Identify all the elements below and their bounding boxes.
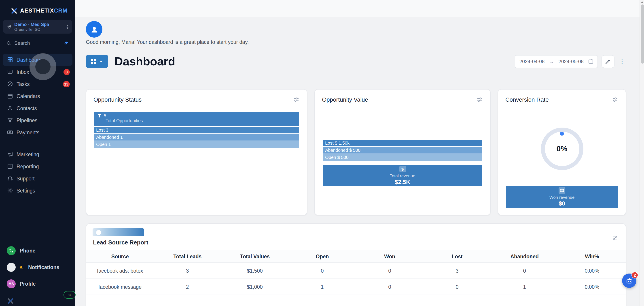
- tasks-badge: 13: [63, 81, 70, 87]
- date-to: 2024-05-08: [558, 59, 584, 64]
- column-header: Open: [289, 250, 356, 262]
- conversion-rate-card: Conversion Rate 0% Won revenue $0: [498, 89, 626, 215]
- more-options-button[interactable]: ⋮: [618, 57, 626, 65]
- search-input[interactable]: [14, 40, 57, 46]
- sidebar-item-dashboard[interactable]: Dashboard: [3, 54, 72, 66]
- legend-dot-icon: [96, 230, 101, 235]
- funnel-bar-abandoned: Abandoned 1: [94, 134, 299, 141]
- sidebar-footer: Phone Notifications MS Profile: [0, 244, 75, 294]
- chat-unread-badge: 2: [632, 272, 638, 278]
- sidebar-item-payments[interactable]: Payments: [0, 126, 75, 138]
- sidebar-item-notifications[interactable]: Notifications: [0, 260, 75, 274]
- settings-gear-icon: [7, 188, 13, 193]
- grid-icon: [91, 59, 96, 64]
- phone-icon: [7, 246, 16, 255]
- tasks-icon: [7, 81, 13, 87]
- table-header-row: Source Total Leads Total Values Open Won…: [86, 250, 626, 262]
- nav-label: Tasks: [16, 81, 30, 87]
- location-switcher[interactable]: Demo - Med Spa Greenville, SC ▲▼: [3, 20, 72, 34]
- nav-label: Calendars: [16, 93, 40, 99]
- cell-total-leads: 3: [154, 262, 222, 279]
- nav-label: Marketing: [16, 152, 39, 157]
- sidebar-item-calendars[interactable]: Calendars: [0, 90, 75, 102]
- column-header: Won: [356, 250, 424, 262]
- user-avatar: [86, 21, 102, 38]
- cell-won: 0: [356, 262, 424, 279]
- sidebar-search: [6, 39, 69, 48]
- header-controls: 2024-04-08 → 2024-05-08 ⋮: [515, 55, 626, 68]
- dollar-icon: $: [399, 166, 406, 172]
- page-header: Dashboard 2024-04-08 → 2024-05-08 ⋮: [86, 55, 626, 68]
- card-settings-sliders-icon[interactable]: [612, 96, 618, 103]
- calendar-icon: [588, 59, 594, 64]
- table-row[interactable]: facebook message 2 $1,000 1 0 0 1 0.00%: [86, 279, 626, 295]
- lead-source-table: Source Total Leads Total Values Open Won…: [86, 250, 626, 295]
- calendar-icon: [7, 93, 13, 99]
- sidebar-item-pipelines[interactable]: Pipelines: [0, 114, 75, 126]
- sidebar-item-contacts[interactable]: Contacts: [0, 102, 75, 114]
- cell-source: facebook message: [86, 279, 154, 295]
- card-title: Opportunity Value: [322, 96, 368, 103]
- card-title: Opportunity Status: [94, 96, 142, 103]
- top-strip: [75, 0, 644, 17]
- lead-source-legend-bar: [92, 228, 144, 236]
- nav-label: Settings: [16, 188, 35, 193]
- table-row[interactable]: facebook ads: botox 3 $1,500 0 0 3 0 0.0…: [86, 262, 626, 279]
- opportunity-status-funnel: 5 Total Opportunities Lost 3 Abandoned 1…: [94, 112, 299, 148]
- cell-abandoned: 0: [491, 262, 558, 279]
- column-header: Win%: [558, 250, 626, 262]
- card-settings-sliders-icon[interactable]: [612, 235, 618, 241]
- card-check-icon: [558, 187, 565, 194]
- won-revenue-label: Won revenue: [550, 195, 575, 200]
- column-header: Lost: [424, 250, 491, 262]
- sidebar-item-phone[interactable]: Phone: [0, 244, 75, 257]
- page-scrollbar[interactable]: [640, 0, 644, 306]
- notifications-avatar-circle: [7, 263, 16, 272]
- cell-open: 0: [289, 262, 356, 279]
- card-settings-sliders-icon[interactable]: [476, 96, 483, 103]
- total-opportunities-label: Total Opportunities: [106, 118, 296, 123]
- date-range-picker[interactable]: 2024-04-08 → 2024-05-08: [515, 55, 598, 68]
- value-bar-abandoned: Abandoned $ 500: [323, 147, 482, 154]
- nav-label: Support: [16, 176, 35, 181]
- page-title: Dashboard: [114, 54, 175, 68]
- quick-actions-bolt-icon[interactable]: [64, 40, 69, 46]
- help-chat-fab[interactable]: 2: [622, 273, 636, 288]
- scrollbar-up-arrow[interactable]: [640, 0, 644, 5]
- won-revenue-block: Won revenue $0: [506, 186, 618, 208]
- dashboard-icon: [7, 57, 13, 63]
- column-header: Abandoned: [491, 250, 558, 262]
- column-header: Source: [86, 250, 154, 262]
- dashboard-switcher-button[interactable]: [86, 55, 108, 68]
- funnel-bar-lost: Lost 3: [94, 127, 299, 133]
- sidebar-item-reporting[interactable]: Reporting: [0, 160, 75, 172]
- search-icon: [6, 41, 11, 46]
- won-revenue-value: $0: [559, 200, 565, 207]
- bell-icon: [18, 264, 24, 270]
- cell-lost: 0: [424, 279, 491, 295]
- sidebar-item-profile[interactable]: MS Profile: [0, 277, 75, 290]
- edit-dashboard-button[interactable]: [602, 55, 614, 68]
- brand-logo-icon: [11, 8, 18, 14]
- total-opportunities-count: 5: [104, 113, 106, 118]
- scrollbar-thumb[interactable]: [641, 5, 644, 64]
- date-from: 2024-04-08: [520, 59, 545, 64]
- sidebar-item-settings[interactable]: Settings: [0, 184, 75, 197]
- sidebar-item-marketing[interactable]: Marketing: [0, 148, 75, 160]
- location-chevrons-icon: ▲▼: [66, 24, 69, 29]
- cell-total-values: $1,000: [221, 279, 289, 295]
- location-city: Greenville, SC: [14, 27, 49, 32]
- sidebar-collapse-button[interactable]: «: [64, 291, 76, 298]
- chevron-down-icon: [99, 59, 103, 64]
- sidebar-item-support[interactable]: Support: [0, 172, 75, 184]
- cell-abandoned: 1: [491, 279, 558, 295]
- nav-label: Reporting: [16, 164, 39, 169]
- greeting-text: Good morning, Maria! Your dashboard is a…: [86, 39, 249, 45]
- value-bar-open: Open $ 500: [323, 154, 482, 161]
- profile-label: Profile: [20, 281, 36, 286]
- cell-win-pct: 0.00%: [558, 262, 626, 279]
- card-settings-sliders-icon[interactable]: [293, 96, 300, 103]
- conversion-rate-donut: 0%: [541, 128, 583, 170]
- sidebar-item-inbox[interactable]: Inbox 3: [0, 66, 75, 78]
- sidebar-item-tasks[interactable]: Tasks 13: [0, 78, 75, 90]
